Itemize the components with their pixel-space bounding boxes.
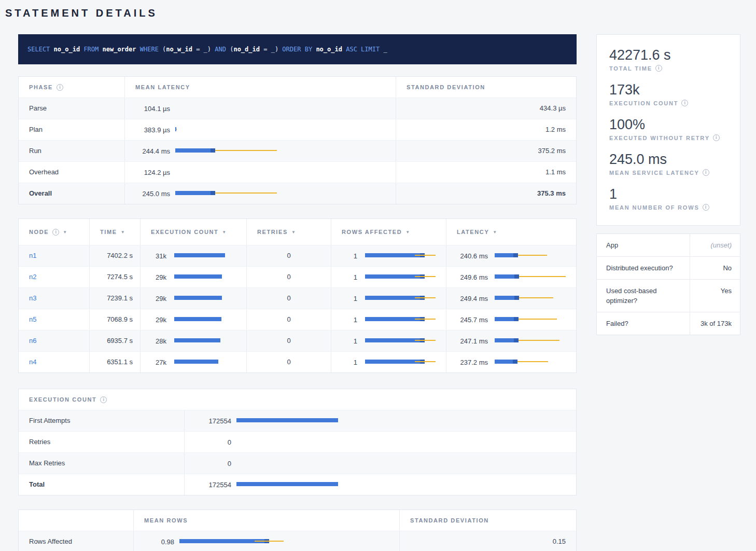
attribute-row-cost-based-optimizer: Used cost-based optimizer? Yes	[597, 279, 740, 312]
node-link[interactable]: n2	[29, 273, 36, 281]
info-icon[interactable]: i	[703, 204, 709, 211]
info-icon[interactable]: i	[57, 84, 63, 91]
attribute-row-app: App (unset)	[597, 234, 740, 256]
mean-bar	[175, 127, 176, 131]
execution-count-value: 29k	[141, 273, 166, 281]
mean-bar	[495, 253, 518, 257]
attribute-value: (unset)	[690, 234, 740, 256]
mean-bar	[495, 274, 519, 279]
info-icon[interactable]: i	[655, 65, 662, 72]
std-dev-value: 434.3 µs	[396, 98, 576, 119]
node-latency-cell: 249.4 ms	[446, 288, 576, 309]
node-link[interactable]: n5	[29, 315, 36, 323]
node-header-label: NODE	[29, 229, 49, 235]
node-cell: n1	[19, 245, 90, 266]
node-link[interactable]: n4	[29, 358, 36, 366]
phase-table: PHASEi MEAN LATENCY STANDARD DEVIATION P…	[18, 76, 577, 204]
sql-punctuation: = _)	[192, 46, 215, 53]
mean-bar	[175, 148, 215, 153]
sort-icon[interactable]: ▼	[291, 230, 296, 235]
mean-bar	[495, 296, 519, 300]
sql-keyword: WHERE	[140, 46, 162, 53]
execution-count-bar	[174, 252, 244, 259]
phase-header-cell: PHASEi	[19, 77, 125, 98]
std-dev-line	[415, 297, 436, 298]
node-execution-count-cell: 29k	[141, 267, 247, 287]
info-icon[interactable]: i	[703, 169, 709, 176]
execution-count-title: EXECUTION COUNT	[29, 396, 96, 403]
node-link[interactable]: n3	[29, 294, 36, 302]
latency-value: 245.7 ms	[446, 316, 488, 324]
table-row: n3 7239.1 s 29k 0 1 249.4 ms	[19, 287, 576, 309]
mean-rows-cell: 0.98	[134, 531, 400, 551]
std-dev-header-cell: STANDARD DEVIATION	[400, 510, 576, 531]
latency-bar	[495, 358, 572, 365]
time-header-label: TIME	[100, 229, 117, 235]
std-dev-value: 0.15	[400, 531, 576, 551]
mean-bar	[174, 253, 225, 257]
table-row: Run 244.4 ms 375.2 ms	[19, 140, 576, 161]
execution-count-bar	[236, 459, 351, 466]
info-icon[interactable]: i	[713, 134, 720, 141]
node-header-cell[interactable]: NODEi▼	[19, 219, 90, 245]
sql-statement-box: SELECT no_o_id FROM new_order WHERE (no_…	[18, 34, 577, 64]
std-dev-line	[415, 276, 436, 277]
latency-bar	[175, 104, 282, 112]
sort-icon[interactable]: ▼	[121, 230, 125, 235]
node-link[interactable]: n6	[29, 337, 36, 345]
stat-label: MEAN NUMBER OF ROWSi	[609, 204, 727, 211]
mean-latency-value: 124.2 µs	[126, 169, 170, 176]
rows-affected-bar	[365, 294, 445, 301]
rows-affected-bar	[365, 358, 445, 365]
stat-value: 42271.6 s	[609, 47, 727, 63]
sort-icon[interactable]: ▼	[405, 230, 410, 235]
sql-keyword: SELECT	[27, 46, 54, 53]
node-link[interactable]: n1	[29, 252, 36, 259]
info-icon[interactable]: i	[52, 229, 59, 236]
execution-count-header-cell[interactable]: EXECUTION COUNT▼	[141, 219, 247, 245]
execution-count-value: 29k	[141, 316, 166, 324]
attribute-value: Yes	[690, 280, 740, 312]
attribute-row-failed: Failed? 3k of 173k	[597, 312, 740, 335]
std-dev-line	[415, 319, 436, 320]
page-title: STATEMENT DETAILS	[0, 0, 756, 19]
stat-label-text: EXECUTED WITHOUT RETRY	[609, 135, 710, 141]
retries-header-cell[interactable]: RETRIES▼	[247, 219, 331, 245]
std-dev-value: 1.2 ms	[396, 119, 576, 140]
stat-executed-without-retry: 100% EXECUTED WITHOUT RETRYi	[609, 117, 727, 141]
execution-count-bar	[174, 273, 244, 280]
latency-bar	[495, 294, 572, 301]
phase-name: Parse	[19, 98, 125, 119]
latency-value: 249.4 ms	[446, 295, 488, 302]
mean-latency-value: 104.1 µs	[126, 105, 170, 113]
info-icon[interactable]: i	[681, 100, 688, 106]
mean-rows-value: 0.98	[134, 538, 174, 546]
sort-icon[interactable]: ▼	[63, 230, 67, 235]
execution-count-bar	[236, 480, 351, 488]
execution-count-bar	[174, 294, 244, 301]
sidebar: 42271.6 s TOTAL TIMEi 173k EXECUTION COU…	[596, 34, 740, 335]
sort-icon[interactable]: ▼	[222, 230, 226, 235]
execution-count-header-label: EXECUTION COUNT	[151, 229, 218, 235]
table-row: Max Retries 0	[19, 452, 576, 474]
latency-value: 247.1 ms	[446, 337, 488, 345]
sql-identifier: no_o_id	[54, 46, 84, 53]
rows-affected-label: Rows Affected	[19, 531, 134, 551]
stat-total-time: 42271.6 s TOTAL TIMEi	[609, 47, 727, 72]
stat-label-text: TOTAL TIME	[609, 65, 652, 72]
node-cell: n3	[19, 288, 90, 309]
rows-affected-value: 1	[331, 295, 357, 302]
time-header-cell[interactable]: TIME▼	[90, 219, 141, 245]
rows-affected-header-cell[interactable]: ROWS AFFECTED▼	[331, 219, 446, 245]
mean-bar	[495, 338, 519, 342]
node-time: 7239.1 s	[90, 288, 141, 309]
info-icon[interactable]: i	[100, 396, 107, 403]
sort-icon[interactable]: ▼	[493, 230, 497, 235]
table-row: n1 7402.2 s 31k 0 1 240.6 ms	[19, 245, 576, 266]
latency-bar	[175, 147, 282, 154]
sql-keyword: ASC LIMIT	[346, 46, 383, 53]
main-content: SELECT no_o_id FROM new_order WHERE (no_…	[18, 19, 577, 551]
table-row: Overhead 124.2 µs 1.1 ms	[19, 161, 576, 183]
latency-value: 237.2 ms	[446, 359, 488, 366]
latency-header-cell[interactable]: LATENCY▼	[446, 219, 576, 245]
